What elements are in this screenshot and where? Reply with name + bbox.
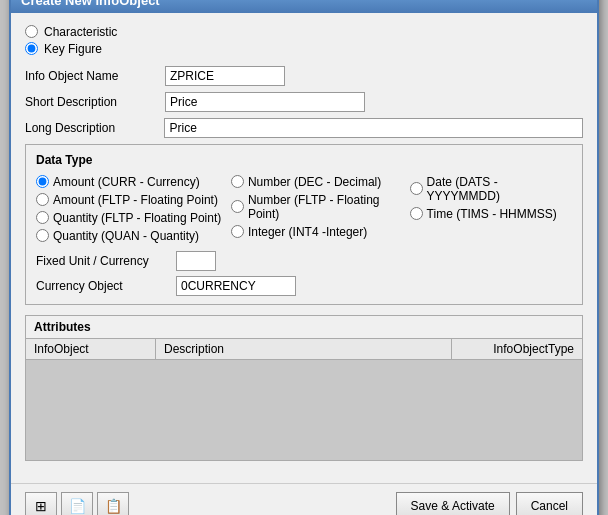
amount-curr-label[interactable]: Amount (CURR - Currency) bbox=[53, 175, 200, 189]
info-object-name-label: Info Object Name bbox=[25, 69, 165, 83]
info-object-name-row: Info Object Name bbox=[25, 66, 583, 86]
cancel-button[interactable]: Cancel bbox=[516, 492, 583, 516]
fixed-unit-input[interactable] bbox=[176, 251, 216, 271]
short-description-label: Short Description bbox=[25, 95, 165, 109]
amount-curr-row: Amount (CURR - Currency) bbox=[36, 175, 231, 189]
long-description-row: Long Description bbox=[25, 118, 583, 138]
amount-fltp-label[interactable]: Amount (FLTP - Floating Point) bbox=[53, 193, 218, 207]
date-dats-row: Date (DATS - YYYYMMDD) bbox=[410, 175, 572, 203]
currency-object-label: Currency Object bbox=[36, 279, 176, 293]
save-activate-button[interactable]: Save & Activate bbox=[396, 492, 510, 516]
number-fltp-radio[interactable] bbox=[231, 200, 244, 213]
attr-col-type: InfoObjectType bbox=[452, 339, 582, 359]
long-description-label: Long Description bbox=[25, 121, 164, 135]
integer-int4-radio[interactable] bbox=[231, 225, 244, 238]
characteristic-row: Characteristic bbox=[25, 25, 583, 39]
number-dec-row: Number (DEC - Decimal) bbox=[231, 175, 410, 189]
currency-object-row: Currency Object bbox=[36, 276, 572, 296]
amount-fltp-row: Amount (FLTP - Floating Point) bbox=[36, 193, 231, 207]
time-tims-row: Time (TIMS - HHMMSS) bbox=[410, 207, 572, 221]
time-tims-radio[interactable] bbox=[410, 207, 423, 220]
data-type-section: Data Type Amount (CURR - Currency) Amoun… bbox=[25, 144, 583, 305]
short-description-input[interactable] bbox=[165, 92, 365, 112]
dialog-footer: ⊞ 📄 📋 Save & Activate Cancel bbox=[11, 483, 597, 516]
dialog-body: Characteristic Key Figure Info Object Na… bbox=[11, 13, 597, 483]
currency-object-input[interactable] bbox=[176, 276, 296, 296]
attr-col-description: Description bbox=[156, 339, 452, 359]
attributes-header: InfoObject Description InfoObjectType bbox=[26, 339, 582, 360]
document2-icon: 📋 bbox=[105, 498, 122, 514]
fixed-unit-row: Fixed Unit / Currency bbox=[36, 251, 572, 271]
create-infoobject-dialog: Create New InfoObject Characteristic Key… bbox=[9, 0, 599, 515]
table-icon: ⊞ bbox=[35, 498, 47, 514]
short-description-row: Short Description bbox=[25, 92, 583, 112]
footer-left-buttons: ⊞ 📄 📋 bbox=[25, 492, 129, 516]
data-type-col3: Date (DATS - YYYYMMDD) Time (TIMS - HHMM… bbox=[410, 175, 572, 243]
attributes-body bbox=[26, 360, 582, 460]
attr-col-info-object: InfoObject bbox=[26, 339, 156, 359]
integer-int4-label[interactable]: Integer (INT4 -Integer) bbox=[248, 225, 367, 239]
date-dats-radio[interactable] bbox=[410, 182, 423, 195]
attributes-section: Attributes InfoObject Description InfoOb… bbox=[25, 315, 583, 461]
key-figure-radio[interactable] bbox=[25, 42, 38, 55]
document-icon: 📄 bbox=[69, 498, 86, 514]
number-fltp-label[interactable]: Number (FLTP - Floating Point) bbox=[248, 193, 410, 221]
attributes-title: Attributes bbox=[26, 316, 582, 339]
fixed-unit-label: Fixed Unit / Currency bbox=[36, 254, 176, 268]
date-dats-label[interactable]: Date (DATS - YYYYMMDD) bbox=[427, 175, 572, 203]
quantity-quan-label[interactable]: Quantity (QUAN - Quantity) bbox=[53, 229, 199, 243]
long-description-input[interactable] bbox=[164, 118, 583, 138]
footer-right-buttons: Save & Activate Cancel bbox=[396, 492, 583, 516]
quantity-quan-row: Quantity (QUAN - Quantity) bbox=[36, 229, 231, 243]
characteristic-radio[interactable] bbox=[25, 25, 38, 38]
time-tims-label[interactable]: Time (TIMS - HHMMSS) bbox=[427, 207, 557, 221]
data-type-col2: Number (DEC - Decimal) Number (FLTP - Fl… bbox=[231, 175, 410, 243]
key-figure-label[interactable]: Key Figure bbox=[44, 42, 102, 56]
data-type-title: Data Type bbox=[36, 153, 572, 167]
quantity-quan-radio[interactable] bbox=[36, 229, 49, 242]
table-icon-button[interactable]: ⊞ bbox=[25, 492, 57, 516]
dialog-title: Create New InfoObject bbox=[11, 0, 597, 13]
integer-int4-row: Integer (INT4 -Integer) bbox=[231, 225, 410, 239]
number-dec-radio[interactable] bbox=[231, 175, 244, 188]
number-dec-label[interactable]: Number (DEC - Decimal) bbox=[248, 175, 381, 189]
document2-icon-button[interactable]: 📋 bbox=[97, 492, 129, 516]
info-object-name-input[interactable] bbox=[165, 66, 285, 86]
characteristic-label[interactable]: Characteristic bbox=[44, 25, 117, 39]
quantity-fltp-label[interactable]: Quantity (FLTP - Floating Point) bbox=[53, 211, 221, 225]
type-selection: Characteristic Key Figure bbox=[25, 25, 583, 56]
number-fltp-row: Number (FLTP - Floating Point) bbox=[231, 193, 410, 221]
quantity-fltp-row: Quantity (FLTP - Floating Point) bbox=[36, 211, 231, 225]
key-figure-row: Key Figure bbox=[25, 42, 583, 56]
amount-fltp-radio[interactable] bbox=[36, 193, 49, 206]
quantity-fltp-radio[interactable] bbox=[36, 211, 49, 224]
document-icon-button[interactable]: 📄 bbox=[61, 492, 93, 516]
data-type-col1: Amount (CURR - Currency) Amount (FLTP - … bbox=[36, 175, 231, 243]
amount-curr-radio[interactable] bbox=[36, 175, 49, 188]
